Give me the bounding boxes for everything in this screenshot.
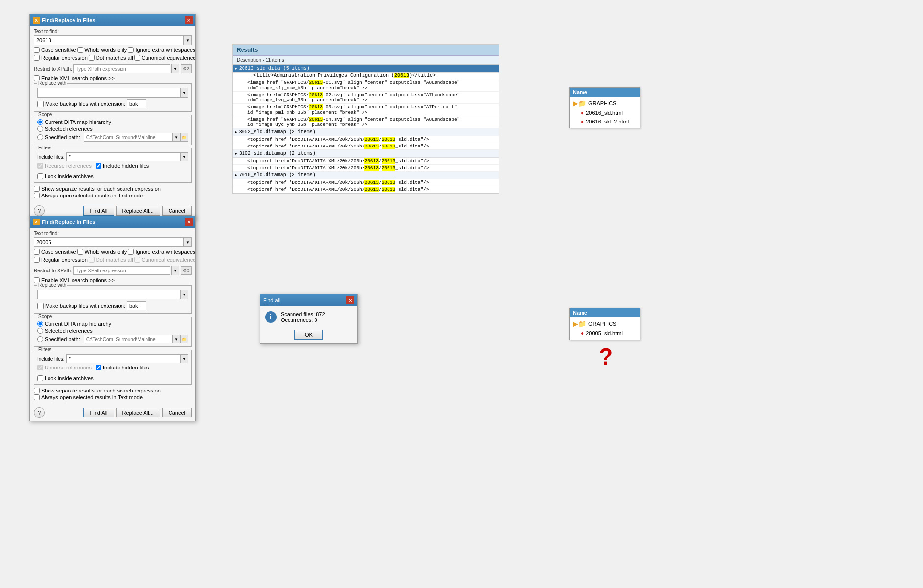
result-code-row-2-2[interactable]: <topicref href="DocDITA/DITA-XML/20k/206… bbox=[233, 143, 499, 150]
dialog1-path-input[interactable] bbox=[84, 133, 172, 142]
dialog2-always-open[interactable]: Always open selected results in Text mod… bbox=[34, 394, 192, 400]
dialog2-show-separate[interactable]: Show separate results for each search ex… bbox=[34, 388, 192, 393]
dialog1-whole-words[interactable]: Whole words only bbox=[77, 47, 127, 53]
dialog1-show-separate[interactable]: Show separate results for each search ex… bbox=[34, 186, 192, 192]
dialog2-whole-words[interactable]: Whole words only bbox=[77, 249, 127, 255]
dialog2-replace-all-button[interactable]: Replace All... bbox=[116, 408, 160, 417]
triangle-icon-1: ▶ bbox=[235, 66, 237, 71]
dialog1-look-inside-archives[interactable]: Look inside archives bbox=[37, 173, 94, 179]
dialog1-dot-matches-all[interactable]: Dot matches all bbox=[89, 55, 133, 61]
result-file-row-3[interactable]: ▶ 3102_sld.ditamap (2 items) bbox=[233, 150, 499, 158]
dialog2-replace-input[interactable] bbox=[37, 290, 180, 299]
dialog1-replace-input[interactable] bbox=[37, 88, 180, 98]
dialog1-text-to-find-label: Text to find: bbox=[34, 29, 192, 34]
dialog1-search-dropdown[interactable]: ▼ bbox=[184, 35, 192, 45]
dialog1-search-input[interactable] bbox=[34, 35, 184, 45]
result-code-row-1-5[interactable]: <image href="GRAPHICS/20613-04.svg" alig… bbox=[233, 116, 499, 128]
dialog2-scope-selected-refs[interactable]: Selected references bbox=[37, 328, 188, 334]
dialog1-xpath-input[interactable] bbox=[73, 64, 170, 73]
result-code-row-1-1[interactable]: <title>Administration Privileges Configu… bbox=[233, 73, 499, 79]
file-panel-1-file-2[interactable]: ● 20616_sld_2.html bbox=[573, 117, 637, 126]
file-panel-2-folder[interactable]: ▶📁 GRAPHICS bbox=[573, 319, 637, 329]
results-panel: Results Description - 11 items ▶ 20613_s… bbox=[232, 44, 499, 194]
dialog1-xpath-settings[interactable]: ⚙3 bbox=[181, 64, 192, 73]
result-code-row-4-1[interactable]: <topicref href="DocDITA/DITA-XML/20k/206… bbox=[233, 179, 499, 186]
dialog2-bak-input[interactable] bbox=[127, 301, 146, 310]
dialog2-footer: ? Find All Replace All... Cancel bbox=[30, 405, 195, 421]
dialog2-search-dropdown[interactable]: ▼ bbox=[184, 237, 192, 247]
dialog1-make-backup-checkbox[interactable] bbox=[37, 101, 44, 107]
dialog2-titlebar: X Find/Replace in Files ✕ bbox=[30, 216, 195, 228]
file-panel-1-file-1[interactable]: ● 20616_sld.html bbox=[573, 108, 637, 117]
dialog1-scope-selected-refs[interactable]: Selected references bbox=[37, 126, 188, 132]
file-panel-1-folder[interactable]: ▶📁 GRAPHICS bbox=[573, 98, 637, 108]
find-all-ok-button[interactable]: OK bbox=[294, 330, 323, 340]
dialog2-path-dropdown[interactable]: ▼ bbox=[172, 335, 180, 343]
find-all-close-button[interactable]: ✕ bbox=[346, 296, 354, 304]
result-file-row-2[interactable]: ▶ 3052_sld.ditamap (2 items) bbox=[233, 128, 499, 136]
dialog1-case-sensitive[interactable]: Case sensitive bbox=[34, 47, 76, 53]
html-file-icon-1: ● bbox=[581, 109, 584, 116]
result-code-row-3-2[interactable]: <topicref href="DocDITA/DITA-XML/20k/206… bbox=[233, 165, 499, 172]
dialog2-make-backup-checkbox[interactable] bbox=[37, 303, 44, 309]
dialog2-xpath-dropdown[interactable]: ▼ bbox=[171, 266, 179, 275]
result-code-row-2-1[interactable]: <topicref href="DocDITA/DITA-XML/20k/206… bbox=[233, 136, 499, 143]
dialog2-scope-current-dita[interactable]: Current DITA map hierarchy bbox=[37, 321, 188, 327]
dialog1-regular-expression[interactable]: Regular expression bbox=[34, 55, 88, 61]
dialog1-cancel-button[interactable]: Cancel bbox=[162, 206, 192, 216]
dialog2-ignore-whitespaces[interactable]: Ignore extra whitespaces bbox=[128, 249, 195, 255]
dialog1-close-button[interactable]: ✕ bbox=[185, 16, 193, 24]
dialog1-recurse-references[interactable]: Recurse references bbox=[37, 163, 92, 169]
dialog1-ignore-whitespaces[interactable]: Ignore extra whitespaces bbox=[128, 47, 195, 53]
result-code-row-1-3[interactable]: <image href="GRAPHICS/20613-02.svg" alig… bbox=[233, 92, 499, 104]
dialog2-canonical-equivalence[interactable]: Canonical equivalence bbox=[134, 257, 196, 263]
file-panel-2-file-1[interactable]: ● 20005_sld.html bbox=[573, 329, 637, 338]
dialog2-path-browse[interactable]: 📁 bbox=[180, 335, 188, 343]
result-code-row-1-2[interactable]: <image href="GRAPHICS/20613-01.svg" alig… bbox=[233, 79, 499, 92]
find-all-body: i Scanned files: 872 Occurrences: 0 bbox=[260, 306, 357, 328]
dialog1-help-button[interactable]: ? bbox=[34, 205, 45, 216]
dialog2-find-all-button[interactable]: Find All bbox=[83, 408, 114, 417]
dialog1-replace-dropdown[interactable]: ▼ bbox=[180, 88, 188, 98]
dialog1-xpath-dropdown[interactable]: ▼ bbox=[171, 64, 179, 74]
dialog2-include-files-dropdown[interactable]: ▼ bbox=[180, 354, 188, 363]
dialog1-include-files-label: Include files: bbox=[37, 154, 65, 160]
result-code-row-1-4[interactable]: <image href="GRAPHICS/20613-03.svg" alig… bbox=[233, 104, 499, 116]
dialog2-close-button[interactable]: ✕ bbox=[185, 218, 193, 226]
dialog1-canonical-equivalence[interactable]: Canonical equivalence bbox=[134, 55, 196, 61]
dialog2-cancel-button[interactable]: Cancel bbox=[162, 408, 192, 417]
dialog1-path-browse[interactable]: 📁 bbox=[180, 133, 188, 142]
dialog2-replace-dropdown[interactable]: ▼ bbox=[180, 290, 188, 299]
dialog2-include-files-input[interactable] bbox=[66, 354, 180, 363]
dialog1-scope-specified-path[interactable]: Specified path: ▼ 📁 bbox=[37, 133, 188, 142]
result-code-row-4-2[interactable]: <topicref href="DocDITA/DITA-XML/20k/206… bbox=[233, 186, 499, 193]
dialog2-help-button[interactable]: ? bbox=[34, 407, 45, 418]
dialog1-find-all-button[interactable]: Find All bbox=[83, 206, 114, 216]
dialog1-scope-current-dita[interactable]: Current DITA map hierarchy bbox=[37, 119, 188, 125]
dialog2-xpath-settings[interactable]: ⚙3 bbox=[181, 266, 192, 275]
dialog1-include-files-input[interactable] bbox=[66, 152, 180, 161]
dialog2-recurse-references[interactable]: Recurse references bbox=[37, 365, 92, 370]
dialog2-scope-specified-path[interactable]: Specified path: ▼ 📁 bbox=[37, 335, 188, 343]
dialog2-search-input[interactable] bbox=[34, 237, 184, 247]
dialog2-make-backup-label: Make backup files with extension: bbox=[45, 303, 125, 309]
dialog2-path-input[interactable] bbox=[84, 335, 172, 343]
dialog2-xpath-input[interactable] bbox=[73, 266, 170, 275]
find-all-title: Find all bbox=[263, 297, 280, 303]
result-file-row-1[interactable]: ▶ 20613_sld.dita (5 items) bbox=[233, 65, 499, 73]
result-file-row-4[interactable]: ▶ 7016_sld.ditamap (2 items) bbox=[233, 172, 499, 179]
dialog1-include-files-dropdown[interactable]: ▼ bbox=[180, 152, 188, 161]
question-mark-icon: ? bbox=[599, 343, 613, 370]
dialog1-include-hidden-files[interactable]: Include hidden files bbox=[96, 163, 149, 169]
dialog1-title: Find/Replace in Files bbox=[42, 17, 95, 23]
dialog1-path-dropdown[interactable]: ▼ bbox=[172, 133, 180, 142]
dialog2-include-hidden-files[interactable]: Include hidden files bbox=[96, 365, 149, 370]
result-code-row-3-1[interactable]: <topicref href="DocDITA/DITA-XML/20k/206… bbox=[233, 158, 499, 165]
dialog2-case-sensitive[interactable]: Case sensitive bbox=[34, 249, 76, 255]
dialog2-dot-matches-all[interactable]: Dot matches all bbox=[89, 257, 133, 263]
dialog1-replace-all-button[interactable]: Replace All... bbox=[116, 206, 160, 216]
dialog1-bak-input[interactable] bbox=[127, 99, 146, 108]
dialog2-look-inside-archives[interactable]: Look inside archives bbox=[37, 375, 94, 381]
dialog1-always-open[interactable]: Always open selected results in Text mod… bbox=[34, 193, 192, 198]
dialog2-regular-expression[interactable]: Regular expression bbox=[34, 257, 88, 263]
